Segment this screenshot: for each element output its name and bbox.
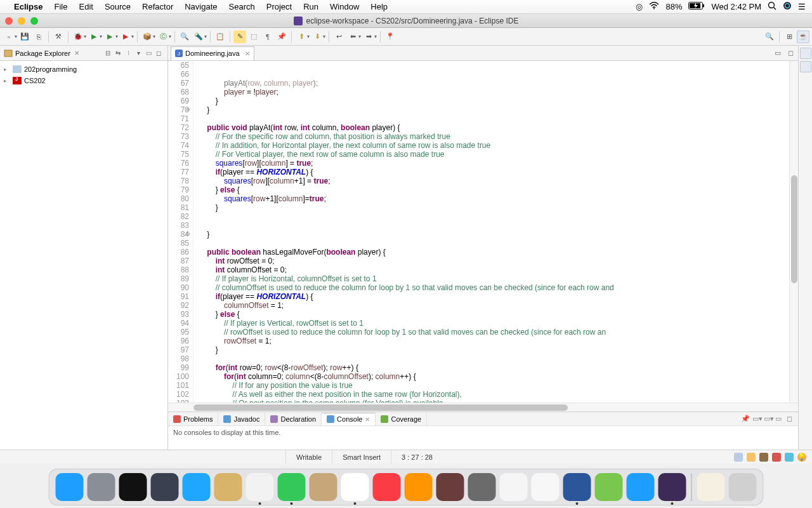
- dock-app-chrome[interactable]: [246, 473, 274, 501]
- forward-button[interactable]: ➡: [362, 30, 375, 43]
- back-button[interactable]: ⬅: [346, 30, 359, 43]
- menu-project[interactable]: Project: [266, 2, 292, 11]
- dock-notes[interactable]: [697, 473, 725, 501]
- dock-app-music[interactable]: [373, 473, 401, 501]
- spotlight-icon[interactable]: [768, 1, 776, 12]
- menu-run[interactable]: Run: [303, 2, 318, 11]
- task-list-shortcut[interactable]: [800, 61, 811, 72]
- app-menu[interactable]: Eclipse: [14, 2, 43, 11]
- task-button[interactable]: 📋: [214, 30, 226, 43]
- vertical-scroll-thumb[interactable]: [791, 175, 797, 283]
- tree-item-202programming[interactable]: ▸202programming: [4, 64, 164, 75]
- dock-app-messages[interactable]: [278, 473, 306, 501]
- code-editor[interactable]: 656667686970⊖717273747576777879808182838…: [168, 61, 798, 403]
- horizontal-scrollbar[interactable]: [168, 403, 798, 411]
- save-button[interactable]: 💾: [18, 30, 31, 43]
- battery-icon[interactable]: [688, 2, 705, 11]
- pin-console-icon[interactable]: 📌: [741, 415, 752, 423]
- bottom-tab-problems[interactable]: Problems: [168, 413, 218, 425]
- minimize-editor-icon[interactable]: ▭: [773, 48, 783, 58]
- open-perspective-button[interactable]: ⊞: [783, 30, 796, 43]
- outline-view-shortcut[interactable]: [800, 48, 811, 59]
- menu-window[interactable]: Window: [330, 2, 359, 11]
- maximize-view-icon[interactable]: ◻: [154, 48, 164, 58]
- toggle-mark-button[interactable]: ✎: [233, 30, 246, 43]
- dock-app-siri[interactable]: [119, 473, 147, 501]
- toggle-block-button[interactable]: ⬚: [247, 30, 260, 43]
- close-view-icon[interactable]: ✕: [74, 50, 79, 57]
- quick-access-icon[interactable]: 🔍: [763, 30, 776, 43]
- collapse-all-icon[interactable]: ⊟: [103, 48, 113, 58]
- pin-editor-button[interactable]: 📌: [275, 30, 288, 43]
- new-package-button[interactable]: 📦: [141, 30, 154, 43]
- dock-app-dev-tool[interactable]: [500, 473, 528, 501]
- link-editor-icon[interactable]: ⇆: [113, 48, 123, 58]
- dock-app-photo-booth[interactable]: [436, 473, 464, 501]
- dock-app-contacts[interactable]: [310, 473, 337, 501]
- run-button[interactable]: ▶: [88, 30, 100, 43]
- horizontal-scroll-thumb[interactable]: [193, 404, 568, 411]
- focus-icon[interactable]: ⁝: [123, 48, 133, 58]
- external-tools-button[interactable]: ▶: [119, 30, 132, 43]
- notification-center-icon[interactable]: ☰: [798, 2, 806, 11]
- dock-app-launchpad[interactable]: [88, 473, 115, 501]
- save-all-button[interactable]: ⎘: [32, 30, 45, 43]
- menu-help[interactable]: Help: [370, 2, 388, 11]
- view-menu-icon[interactable]: ▾: [133, 48, 143, 58]
- close-window-button[interactable]: [5, 17, 13, 25]
- wifi-icon[interactable]: [649, 2, 659, 11]
- project-tree[interactable]: ▸202programming▸CS202: [0, 61, 167, 89]
- close-bottom-tab-icon[interactable]: ✕: [365, 416, 370, 423]
- dock-app-safari[interactable]: [627, 473, 655, 501]
- menu-edit[interactable]: Edit: [79, 2, 93, 11]
- status-icon-2[interactable]: [747, 453, 756, 462]
- menu-refactor[interactable]: Refactor: [142, 2, 173, 11]
- tip-of-day-icon[interactable]: 💡: [797, 453, 806, 462]
- new-button[interactable]: ▫: [3, 30, 15, 43]
- display-selected-icon[interactable]: ▭▾: [752, 415, 764, 423]
- zoom-window-button[interactable]: [30, 17, 38, 25]
- dock-app-mission-control[interactable]: [151, 473, 179, 501]
- source-code[interactable]: playAt(row, column, player); player = !p…: [193, 61, 798, 403]
- minimize-window-button[interactable]: [18, 17, 25, 25]
- bottom-tab-coverage[interactable]: Coverage: [376, 413, 427, 425]
- menu-search[interactable]: Search: [229, 2, 255, 11]
- bottom-tab-declaration[interactable]: Declaration: [265, 413, 322, 425]
- dock-app-finder[interactable]: [56, 473, 84, 501]
- menu-file[interactable]: File: [55, 2, 68, 11]
- cast-icon[interactable]: ◎: [636, 2, 643, 11]
- new-class-button[interactable]: Ⓒ: [157, 30, 169, 43]
- menu-source[interactable]: Source: [105, 2, 131, 11]
- dock-app-photos[interactable]: [532, 473, 560, 501]
- dock-trash[interactable]: [729, 473, 757, 501]
- maximize-bottom-icon[interactable]: ◻: [787, 415, 798, 423]
- dock-app-settings[interactable]: [468, 473, 496, 501]
- macos-dock[interactable]: [49, 469, 764, 505]
- open-console-icon[interactable]: ▭▾: [764, 415, 775, 423]
- minimize-view-icon[interactable]: ▭: [143, 48, 154, 58]
- prev-annotation-button[interactable]: ⬆: [295, 30, 308, 43]
- search-button[interactable]: 🔦: [192, 30, 205, 43]
- dock-app-text-editor[interactable]: [214, 473, 242, 501]
- bottom-tab-console[interactable]: Console ✕: [322, 413, 376, 425]
- package-explorer-tab[interactable]: Package Explorer ✕ ⊟ ⇆ ⁝ ▾ ▭ ◻: [0, 46, 167, 61]
- build-button[interactable]: ⚒: [52, 30, 65, 43]
- vertical-scrollbar[interactable]: [789, 61, 798, 403]
- next-annotation-button[interactable]: ⬇: [311, 30, 324, 43]
- coverage-button[interactable]: ▶: [103, 30, 116, 43]
- menu-navigate[interactable]: Navigate: [185, 2, 217, 11]
- open-type-button[interactable]: 🔍: [178, 30, 191, 43]
- dock-app-app-store[interactable]: [183, 473, 211, 501]
- status-icon-1[interactable]: [734, 453, 743, 462]
- dock-app-eclipse[interactable]: [658, 473, 686, 501]
- minimize-bottom-icon[interactable]: ▭: [775, 415, 787, 423]
- status-icon-4[interactable]: [772, 453, 781, 462]
- dock-app-word[interactable]: [563, 473, 591, 501]
- clock[interactable]: Wed 2:42 PM: [711, 2, 761, 11]
- status-icon-3[interactable]: [759, 453, 768, 462]
- dock-app-books[interactable]: [405, 473, 433, 501]
- last-edit-button[interactable]: ↩: [332, 30, 345, 43]
- close-tab-icon[interactable]: ✕: [245, 50, 250, 57]
- status-icon-5[interactable]: [785, 453, 794, 462]
- debug-button[interactable]: 🐞: [72, 30, 84, 43]
